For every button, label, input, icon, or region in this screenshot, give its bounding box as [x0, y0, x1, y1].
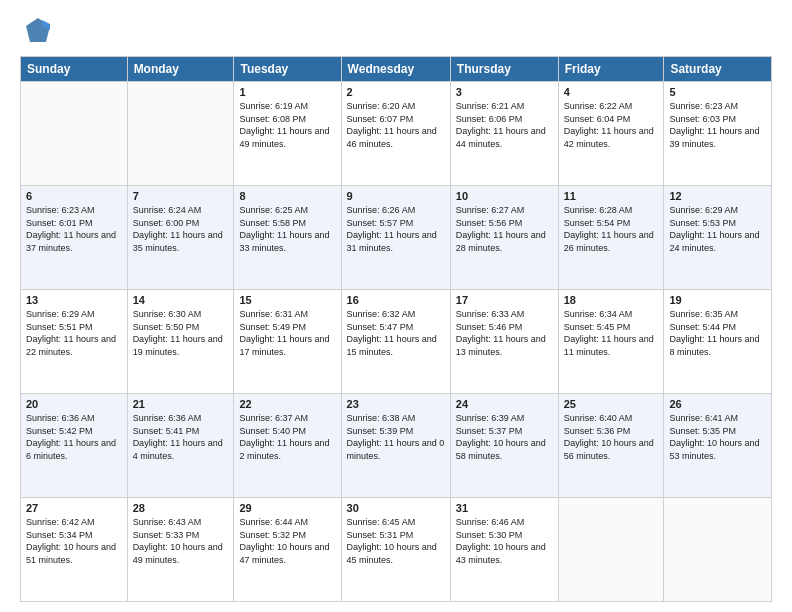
day-info: Sunrise: 6:36 AMSunset: 5:42 PMDaylight:…	[26, 412, 122, 462]
day-number: 28	[133, 502, 229, 514]
calendar-cell: 5Sunrise: 6:23 AMSunset: 6:03 PMDaylight…	[664, 82, 772, 186]
day-info: Sunrise: 6:32 AMSunset: 5:47 PMDaylight:…	[347, 308, 445, 358]
day-info: Sunrise: 6:28 AMSunset: 5:54 PMDaylight:…	[564, 204, 659, 254]
day-number: 5	[669, 86, 766, 98]
day-number: 8	[239, 190, 335, 202]
day-info: Sunrise: 6:26 AMSunset: 5:57 PMDaylight:…	[347, 204, 445, 254]
day-number: 25	[564, 398, 659, 410]
day-number: 1	[239, 86, 335, 98]
day-number: 11	[564, 190, 659, 202]
day-number: 14	[133, 294, 229, 306]
day-info: Sunrise: 6:30 AMSunset: 5:50 PMDaylight:…	[133, 308, 229, 358]
day-info: Sunrise: 6:46 AMSunset: 5:30 PMDaylight:…	[456, 516, 553, 566]
day-number: 19	[669, 294, 766, 306]
calendar-cell: 14Sunrise: 6:30 AMSunset: 5:50 PMDayligh…	[127, 290, 234, 394]
day-number: 18	[564, 294, 659, 306]
calendar-cell: 7Sunrise: 6:24 AMSunset: 6:00 PMDaylight…	[127, 186, 234, 290]
calendar-cell: 16Sunrise: 6:32 AMSunset: 5:47 PMDayligh…	[341, 290, 450, 394]
weekday-header: Friday	[558, 57, 664, 82]
calendar-cell: 23Sunrise: 6:38 AMSunset: 5:39 PMDayligh…	[341, 394, 450, 498]
day-number: 26	[669, 398, 766, 410]
day-number: 27	[26, 502, 122, 514]
day-info: Sunrise: 6:42 AMSunset: 5:34 PMDaylight:…	[26, 516, 122, 566]
calendar-header-row: SundayMondayTuesdayWednesdayThursdayFrid…	[21, 57, 772, 82]
day-info: Sunrise: 6:29 AMSunset: 5:53 PMDaylight:…	[669, 204, 766, 254]
day-info: Sunrise: 6:43 AMSunset: 5:33 PMDaylight:…	[133, 516, 229, 566]
day-info: Sunrise: 6:24 AMSunset: 6:00 PMDaylight:…	[133, 204, 229, 254]
calendar-cell: 21Sunrise: 6:36 AMSunset: 5:41 PMDayligh…	[127, 394, 234, 498]
calendar-week-row: 13Sunrise: 6:29 AMSunset: 5:51 PMDayligh…	[21, 290, 772, 394]
day-number: 7	[133, 190, 229, 202]
day-info: Sunrise: 6:31 AMSunset: 5:49 PMDaylight:…	[239, 308, 335, 358]
calendar-cell: 22Sunrise: 6:37 AMSunset: 5:40 PMDayligh…	[234, 394, 341, 498]
day-number: 30	[347, 502, 445, 514]
day-info: Sunrise: 6:21 AMSunset: 6:06 PMDaylight:…	[456, 100, 553, 150]
day-number: 17	[456, 294, 553, 306]
calendar-cell: 20Sunrise: 6:36 AMSunset: 5:42 PMDayligh…	[21, 394, 128, 498]
calendar-cell: 13Sunrise: 6:29 AMSunset: 5:51 PMDayligh…	[21, 290, 128, 394]
day-number: 24	[456, 398, 553, 410]
calendar-cell	[21, 82, 128, 186]
calendar-week-row: 27Sunrise: 6:42 AMSunset: 5:34 PMDayligh…	[21, 498, 772, 602]
calendar-cell: 25Sunrise: 6:40 AMSunset: 5:36 PMDayligh…	[558, 394, 664, 498]
day-number: 31	[456, 502, 553, 514]
day-number: 12	[669, 190, 766, 202]
calendar-cell	[127, 82, 234, 186]
calendar-cell: 3Sunrise: 6:21 AMSunset: 6:06 PMDaylight…	[450, 82, 558, 186]
day-number: 6	[26, 190, 122, 202]
day-info: Sunrise: 6:22 AMSunset: 6:04 PMDaylight:…	[564, 100, 659, 150]
calendar-cell: 27Sunrise: 6:42 AMSunset: 5:34 PMDayligh…	[21, 498, 128, 602]
calendar-cell: 26Sunrise: 6:41 AMSunset: 5:35 PMDayligh…	[664, 394, 772, 498]
day-number: 16	[347, 294, 445, 306]
logo	[20, 16, 56, 46]
svg-marker-0	[26, 18, 50, 42]
day-number: 10	[456, 190, 553, 202]
day-info: Sunrise: 6:34 AMSunset: 5:45 PMDaylight:…	[564, 308, 659, 358]
day-number: 9	[347, 190, 445, 202]
day-info: Sunrise: 6:41 AMSunset: 5:35 PMDaylight:…	[669, 412, 766, 462]
calendar-cell: 1Sunrise: 6:19 AMSunset: 6:08 PMDaylight…	[234, 82, 341, 186]
weekday-header: Monday	[127, 57, 234, 82]
day-info: Sunrise: 6:45 AMSunset: 5:31 PMDaylight:…	[347, 516, 445, 566]
day-info: Sunrise: 6:36 AMSunset: 5:41 PMDaylight:…	[133, 412, 229, 462]
day-number: 23	[347, 398, 445, 410]
day-number: 4	[564, 86, 659, 98]
day-number: 22	[239, 398, 335, 410]
calendar-cell: 18Sunrise: 6:34 AMSunset: 5:45 PMDayligh…	[558, 290, 664, 394]
day-info: Sunrise: 6:35 AMSunset: 5:44 PMDaylight:…	[669, 308, 766, 358]
day-number: 13	[26, 294, 122, 306]
weekday-header: Wednesday	[341, 57, 450, 82]
calendar-cell: 4Sunrise: 6:22 AMSunset: 6:04 PMDaylight…	[558, 82, 664, 186]
day-info: Sunrise: 6:38 AMSunset: 5:39 PMDaylight:…	[347, 412, 445, 462]
day-info: Sunrise: 6:19 AMSunset: 6:08 PMDaylight:…	[239, 100, 335, 150]
day-info: Sunrise: 6:29 AMSunset: 5:51 PMDaylight:…	[26, 308, 122, 358]
calendar-week-row: 1Sunrise: 6:19 AMSunset: 6:08 PMDaylight…	[21, 82, 772, 186]
weekday-header: Saturday	[664, 57, 772, 82]
day-info: Sunrise: 6:23 AMSunset: 6:03 PMDaylight:…	[669, 100, 766, 150]
calendar-cell: 2Sunrise: 6:20 AMSunset: 6:07 PMDaylight…	[341, 82, 450, 186]
calendar-cell: 8Sunrise: 6:25 AMSunset: 5:58 PMDaylight…	[234, 186, 341, 290]
calendar-cell: 19Sunrise: 6:35 AMSunset: 5:44 PMDayligh…	[664, 290, 772, 394]
calendar-cell	[664, 498, 772, 602]
day-number: 29	[239, 502, 335, 514]
day-info: Sunrise: 6:23 AMSunset: 6:01 PMDaylight:…	[26, 204, 122, 254]
header	[20, 16, 772, 46]
calendar-table: SundayMondayTuesdayWednesdayThursdayFrid…	[20, 56, 772, 602]
calendar-week-row: 6Sunrise: 6:23 AMSunset: 6:01 PMDaylight…	[21, 186, 772, 290]
calendar-cell: 24Sunrise: 6:39 AMSunset: 5:37 PMDayligh…	[450, 394, 558, 498]
weekday-header: Thursday	[450, 57, 558, 82]
day-info: Sunrise: 6:33 AMSunset: 5:46 PMDaylight:…	[456, 308, 553, 358]
calendar-cell: 6Sunrise: 6:23 AMSunset: 6:01 PMDaylight…	[21, 186, 128, 290]
weekday-header: Tuesday	[234, 57, 341, 82]
calendar-cell: 15Sunrise: 6:31 AMSunset: 5:49 PMDayligh…	[234, 290, 341, 394]
day-number: 2	[347, 86, 445, 98]
day-number: 21	[133, 398, 229, 410]
calendar-cell: 9Sunrise: 6:26 AMSunset: 5:57 PMDaylight…	[341, 186, 450, 290]
day-info: Sunrise: 6:25 AMSunset: 5:58 PMDaylight:…	[239, 204, 335, 254]
weekday-header: Sunday	[21, 57, 128, 82]
day-info: Sunrise: 6:37 AMSunset: 5:40 PMDaylight:…	[239, 412, 335, 462]
calendar-cell: 10Sunrise: 6:27 AMSunset: 5:56 PMDayligh…	[450, 186, 558, 290]
day-number: 20	[26, 398, 122, 410]
day-info: Sunrise: 6:20 AMSunset: 6:07 PMDaylight:…	[347, 100, 445, 150]
calendar-cell	[558, 498, 664, 602]
